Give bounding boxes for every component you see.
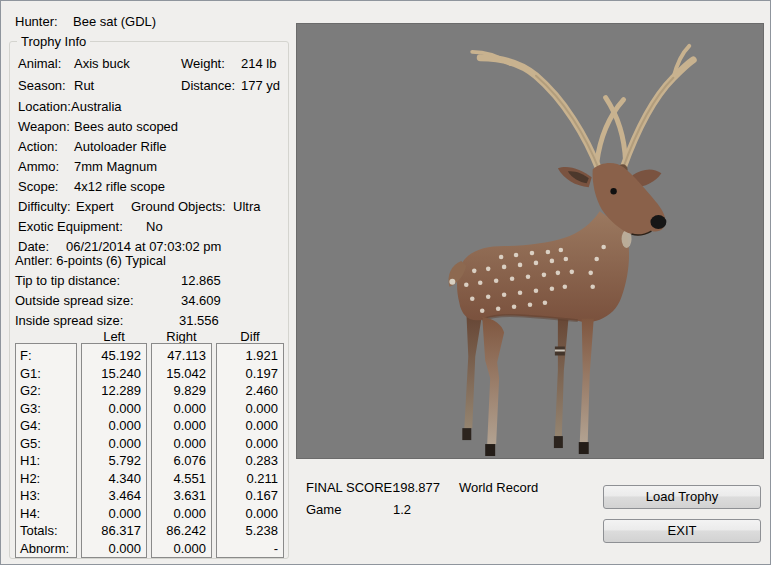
measure-row-label: H1: [20,452,76,470]
antler-summary: Antler: 6-points (6) Typical [15,253,166,268]
measure-left-value: 4.340 [82,470,146,488]
measure-diff-value: 2.460 [217,382,283,400]
scope-value: 4x12 rifle scope [74,179,165,194]
antlers [472,46,693,171]
measure-right-value: 0.000 [152,400,211,418]
measure-right-value: 9.829 [152,382,211,400]
measure-left-value: 0.000 [82,505,146,523]
weight-value: 214 lb [241,56,276,71]
animal-label: Animal: [18,56,61,71]
measure-diff-value: 1.921 [217,347,283,365]
measure-left-value: 12.289 [82,382,146,400]
measure-row-label: G5: [20,435,76,453]
animal-value: Axis buck [74,56,130,71]
measure-left-value: 15.240 [82,365,146,383]
trophy-viewer-window: Hunter: Bee sat (GDL) Trophy Info Animal… [0,0,771,565]
season-value: Rut [74,78,94,93]
trophy-3d-viewport[interactable] [296,23,764,459]
measure-diff-value: 0.211 [217,470,283,488]
world-record-badge: World Record [459,480,538,495]
inside-spread-value: 31.556 [179,313,219,328]
measure-left-value: 86.317 [82,522,146,540]
game-label: Game [306,502,341,517]
outside-spread-value: 34.609 [181,293,221,308]
measure-diff-value: 0.167 [217,487,283,505]
axis-buck-render [297,24,763,458]
measure-diff-value: 0.000 [217,417,283,435]
game-version: 1.2 [393,502,411,517]
column-header-diff: Diff [216,329,284,344]
action-label: Action: [18,139,58,154]
trophy-info-title: Trophy Info [17,34,90,49]
measure-right-value: 0.000 [152,505,211,523]
exotic-equipment-value: No [146,219,163,234]
measure-left-value: 0.000 [82,400,146,418]
measure-diff-box: 1.921 0.197 2.460 0.000 0.000 0.000 0.28… [216,343,284,558]
measure-row-label: Abnorm: [20,540,76,558]
measure-diff-value: 0.000 [217,400,283,418]
measure-diff-value: 0.000 [217,505,283,523]
measure-row-label: G1: [20,365,76,383]
action-value: Autoloader Rifle [74,139,167,154]
measure-row-label: F: [20,347,76,365]
location-label: Location: [18,99,71,114]
final-score-label: FINAL SCORE: [306,480,396,495]
measure-left-value: 3.464 [82,487,146,505]
measure-right-box: 47.113 15.042 9.829 0.000 0.000 0.000 6.… [151,343,212,558]
measure-row-label: H2: [20,470,76,488]
scope-label: Scope: [18,179,58,194]
tip-to-tip-label: Tip to tip distance: [15,273,120,288]
measure-right-value: 47.113 [152,347,211,365]
measure-labels-box: F: G1: G2: G3: G4: G5: H1: H2: H3: H4: T… [15,343,77,558]
measure-left-value: 0.000 [82,417,146,435]
measure-left-value: 5.792 [82,452,146,470]
measure-right-value: 0.000 [152,540,211,558]
measure-right-value: 3.631 [152,487,211,505]
ground-objects-value: Ultra [233,199,260,214]
measure-right-value: 4.551 [152,470,211,488]
ammo-value: 7mm Magnum [74,159,157,174]
measure-row-label: H4: [20,505,76,523]
measure-diff-value: - [217,540,283,558]
measure-left-value: 0.000 [82,435,146,453]
weapon-label: Weapon: [18,119,70,134]
weapon-value: Bees auto scoped [74,119,178,134]
column-header-right: Right [151,329,212,344]
measure-diff-value: 0.000 [217,435,283,453]
measure-right-value: 0.000 [152,417,211,435]
measure-diff-value: 0.197 [217,365,283,383]
measure-row-label: G4: [20,417,76,435]
measure-diff-value: 0.283 [217,452,283,470]
tip-to-tip-value: 12.865 [181,273,221,288]
outside-spread-label: Outside spread size: [15,293,134,308]
measure-diff-value: 5.238 [217,522,283,540]
load-trophy-button[interactable]: Load Trophy [603,485,761,509]
date-value: 06/21/2014 at 07:03:02 pm [66,239,221,254]
measure-left-box: 45.192 15.240 12.289 0.000 0.000 0.000 5… [81,343,147,558]
difficulty-value: Expert [76,199,114,214]
measure-left-value: 0.000 [82,540,146,558]
measure-row-label: G2: [20,382,76,400]
distance-value: 177 yd [241,78,280,93]
date-label: Date: [18,239,49,254]
measure-row-label: H3: [20,487,76,505]
measure-right-value: 15.042 [152,365,211,383]
exit-button[interactable]: EXIT [603,519,761,543]
ground-objects-label: Ground Objects: [131,199,226,214]
season-label: Season: [18,78,66,93]
difficulty-label: Difficulty: [18,199,71,214]
measure-right-value: 0.000 [152,435,211,453]
measure-left-value: 45.192 [82,347,146,365]
final-score-value: 198.877 [393,480,440,495]
measure-row-label: Totals: [20,522,76,540]
distance-label: Distance: [181,78,235,93]
hunter-value: Bee sat (GDL) [73,14,156,29]
measure-right-value: 6.076 [152,452,211,470]
exotic-equipment-label: Exotic Equipment: [18,219,123,234]
column-header-left: Left [81,329,147,344]
weight-label: Weight: [181,56,225,71]
measure-right-value: 86.242 [152,522,211,540]
hunter-label: Hunter: [15,14,58,29]
inside-spread-label: Inside spread size: [15,313,123,328]
ammo-label: Ammo: [18,159,59,174]
